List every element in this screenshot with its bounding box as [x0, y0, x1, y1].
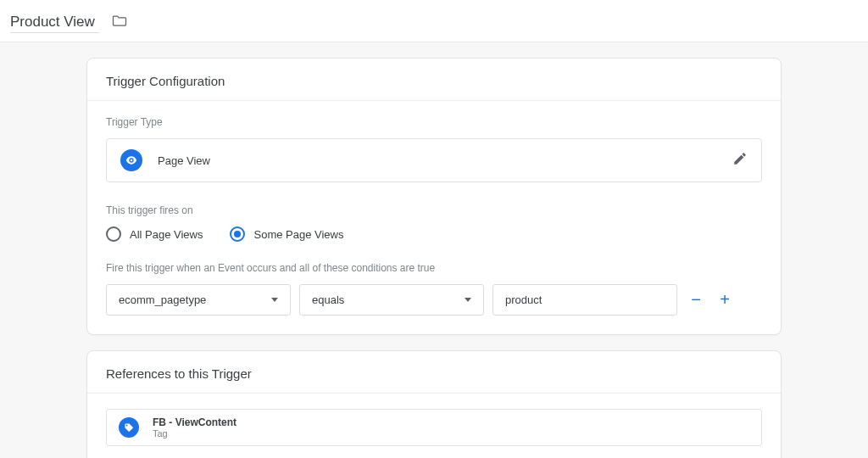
- reference-row[interactable]: FB - ViewContent Tag: [106, 409, 762, 446]
- add-condition-button[interactable]: +: [715, 290, 735, 310]
- card-title: Trigger Configuration: [87, 59, 781, 101]
- trigger-type-label: Trigger Type: [106, 116, 762, 128]
- chevron-down-icon: [465, 298, 471, 302]
- chevron-down-icon: [271, 298, 278, 302]
- remove-condition-button[interactable]: −: [686, 290, 706, 310]
- reference-name: FB - ViewContent: [153, 416, 236, 428]
- reference-type: Tag: [153, 428, 236, 438]
- fires-on-label: This trigger fires on: [106, 204, 762, 216]
- radio-all-page-views[interactable]: All Page Views: [106, 226, 203, 242]
- select-value: equals: [312, 293, 344, 306]
- trigger-name-input[interactable]: [10, 12, 99, 33]
- condition-value-input[interactable]: [492, 284, 677, 316]
- trigger-type-name: Page View: [158, 154, 717, 167]
- fires-on-radio-group: All Page Views Some Page Views: [106, 226, 762, 242]
- folder-icon[interactable]: [111, 13, 128, 33]
- radio-label: Some Page Views: [253, 228, 343, 241]
- radio-label: All Page Views: [130, 228, 203, 241]
- condition-variable-select[interactable]: ecomm_pagetype: [106, 284, 291, 316]
- condition-row: ecomm_pagetype equals − +: [106, 284, 762, 316]
- trigger-type-row[interactable]: Page View: [106, 138, 762, 182]
- trigger-config-card: Trigger Configuration Trigger Type Page …: [86, 58, 782, 335]
- condition-operator-select[interactable]: equals: [299, 284, 484, 316]
- radio-some-page-views[interactable]: Some Page Views: [230, 226, 343, 242]
- page-header: [0, 0, 868, 42]
- conditions-label: Fire this trigger when an Event occurs a…: [106, 262, 762, 274]
- content-area: Trigger Configuration Trigger Type Page …: [0, 42, 868, 458]
- pencil-icon[interactable]: [732, 151, 748, 170]
- tag-icon: [119, 417, 139, 438]
- card-title: References to this Trigger: [87, 351, 781, 394]
- references-card: References to this Trigger FB - ViewCont…: [86, 350, 782, 458]
- eye-icon: [120, 149, 142, 171]
- select-value: ecomm_pagetype: [119, 293, 206, 306]
